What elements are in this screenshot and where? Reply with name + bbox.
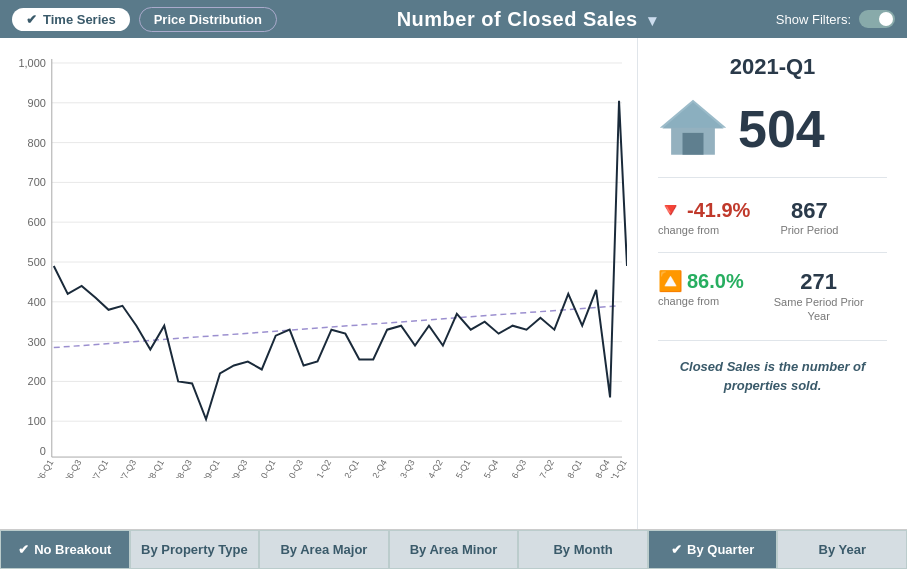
- svg-text:0: 0: [40, 445, 46, 457]
- check-icon-no-breakout: ✔: [18, 542, 29, 557]
- neg-change-label: change from: [658, 224, 719, 236]
- svg-text:2012-Q4: 2012-Q4: [363, 458, 389, 478]
- up-arrow-icon: 🔼: [658, 269, 683, 293]
- neg-change-value: 🔻 -41.9%: [658, 198, 750, 222]
- svg-text:2015-Q4: 2015-Q4: [474, 458, 500, 478]
- svg-text:2012-Q1: 2012-Q1: [335, 458, 361, 478]
- pos-change-block: 🔼 86.0% change from: [658, 269, 744, 307]
- same-period-value: 271: [774, 269, 864, 295]
- show-filters-area: Show Filters:: [776, 10, 895, 28]
- svg-text:2018-Q1: 2018-Q1: [558, 458, 584, 478]
- period-title: 2021-Q1: [658, 54, 887, 80]
- svg-text:400: 400: [28, 296, 46, 308]
- page-title: Number of Closed Sales ▾: [277, 8, 776, 31]
- main-value: 504: [738, 103, 825, 155]
- svg-text:2011-Q2: 2011-Q2: [307, 458, 333, 478]
- by-quarter-button[interactable]: ✔ By Quarter: [648, 530, 778, 569]
- svg-text:300: 300: [28, 336, 46, 348]
- check-icon-quarter: ✔: [671, 542, 682, 557]
- svg-text:2006-Q3: 2006-Q3: [57, 458, 83, 478]
- svg-text:2018-Q4: 2018-Q4: [586, 458, 612, 478]
- bottom-toolbar: ✔ No Breakout By Property Type By Area M…: [0, 529, 907, 569]
- divider-1: [658, 177, 887, 178]
- prior-period-label: Prior Period: [780, 224, 838, 236]
- prior-period-value: 867: [780, 198, 838, 224]
- svg-text:2008-Q1: 2008-Q1: [140, 458, 166, 478]
- by-month-button[interactable]: By Month: [518, 530, 648, 569]
- svg-text:2010-Q1: 2010-Q1: [251, 458, 277, 478]
- pos-change-label: change from: [658, 295, 719, 307]
- dropdown-icon[interactable]: ▾: [648, 12, 657, 29]
- area-minor-button[interactable]: By Area Minor: [389, 530, 519, 569]
- same-period-label: Same Period Prior Year: [774, 295, 864, 324]
- svg-text:700: 700: [28, 176, 46, 188]
- svg-text:2009-Q1: 2009-Q1: [196, 458, 222, 478]
- same-period-block: 271 Same Period Prior Year: [774, 269, 864, 324]
- show-filters-label: Show Filters:: [776, 12, 851, 27]
- house-value-row: 504: [658, 96, 887, 161]
- chart-area: 1,000 900 800 700 600 500 400 300 200 10…: [0, 38, 637, 529]
- svg-text:2015-Q1: 2015-Q1: [446, 458, 472, 478]
- header: ✔ Time Series Price Distribution Number …: [0, 0, 907, 38]
- description: Closed Sales is the number of properties…: [658, 357, 887, 396]
- no-breakout-button[interactable]: ✔ No Breakout: [0, 530, 130, 569]
- negative-change-row: 🔻 -41.9% change from 867 Prior Period: [658, 198, 887, 236]
- neg-change-block: 🔻 -41.9% change from: [658, 198, 750, 236]
- area-major-button[interactable]: By Area Major: [259, 530, 389, 569]
- svg-text:2016-Q3: 2016-Q3: [502, 458, 528, 478]
- time-series-button[interactable]: ✔ Time Series: [12, 8, 130, 31]
- main-content: 1,000 900 800 700 600 500 400 300 200 10…: [0, 38, 907, 529]
- svg-text:2007-Q1: 2007-Q1: [84, 458, 110, 478]
- svg-text:2017-Q2: 2017-Q2: [530, 458, 556, 478]
- by-year-button[interactable]: By Year: [777, 530, 907, 569]
- line-chart: 1,000 900 800 700 600 500 400 300 200 10…: [10, 48, 627, 478]
- svg-text:900: 900: [28, 97, 46, 109]
- prior-period-block: 867 Prior Period: [780, 198, 838, 236]
- property-type-button[interactable]: By Property Type: [130, 530, 260, 569]
- svg-text:200: 200: [28, 375, 46, 387]
- svg-text:600: 600: [28, 216, 46, 228]
- check-icon: ✔: [26, 12, 37, 27]
- divider-2: [658, 252, 887, 253]
- svg-text:2014-Q2: 2014-Q2: [419, 458, 445, 478]
- right-panel: 2021-Q1 504 🔻 -41.9% change from 867: [637, 38, 907, 529]
- svg-text:100: 100: [28, 415, 46, 427]
- filters-toggle[interactable]: [859, 10, 895, 28]
- svg-text:2010-Q3: 2010-Q3: [279, 458, 305, 478]
- svg-text:800: 800: [28, 137, 46, 149]
- svg-text:2006-Q1: 2006-Q1: [29, 458, 55, 478]
- down-arrow-icon: 🔻: [658, 198, 683, 222]
- svg-text:2013-Q3: 2013-Q3: [391, 458, 417, 478]
- svg-marker-48: [660, 100, 727, 128]
- svg-text:500: 500: [28, 256, 46, 268]
- svg-text:1,000: 1,000: [18, 57, 45, 69]
- svg-rect-47: [683, 133, 704, 155]
- svg-text:2009-Q3: 2009-Q3: [224, 458, 250, 478]
- svg-text:2007-Q3: 2007-Q3: [112, 458, 138, 478]
- price-distribution-button[interactable]: Price Distribution: [139, 7, 277, 32]
- divider-3: [658, 340, 887, 341]
- pos-change-value: 🔼 86.0%: [658, 269, 744, 293]
- positive-change-row: 🔼 86.0% change from 271 Same Period Prio…: [658, 269, 887, 324]
- svg-text:2008-Q3: 2008-Q3: [168, 458, 194, 478]
- house-icon: [658, 96, 728, 161]
